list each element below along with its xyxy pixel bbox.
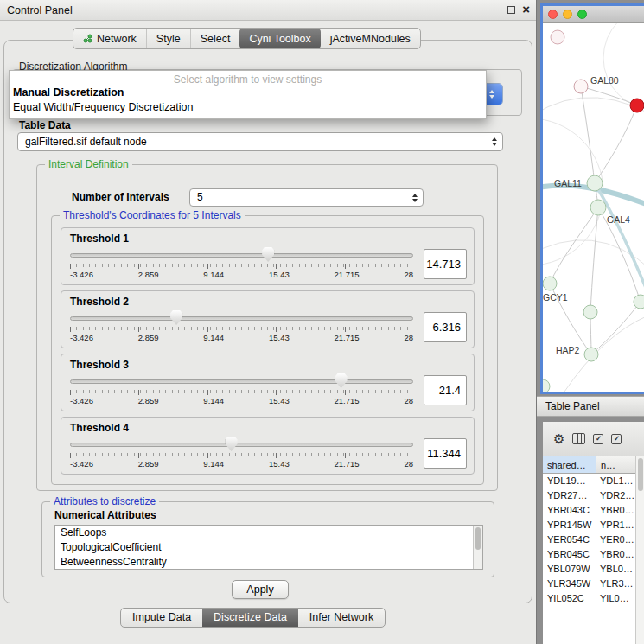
tab-style[interactable]: Style [146, 29, 190, 48]
ruler-tick-label: 9.144 [203, 459, 224, 469]
cell-shared-name: YBR043C [543, 503, 596, 518]
ruler-tick-label: -3.426 [70, 459, 93, 469]
threshold-value-field[interactable]: 14.713 [424, 249, 467, 279]
combobox-stepper[interactable] [492, 137, 497, 146]
control-panel-titlebar[interactable]: Control Panel × [0, 0, 536, 21]
threshold-value-field[interactable]: 6.316 [424, 312, 467, 342]
tab-select[interactable]: Select [190, 29, 240, 48]
slider-track[interactable] [70, 253, 413, 258]
close-traffic-light[interactable] [548, 10, 558, 19]
checkbox-icon[interactable]: ✓ [611, 434, 622, 444]
table-row[interactable]: YBL079W YBL0… [543, 562, 644, 577]
network-node-gal80[interactable] [574, 80, 588, 93]
zoom-traffic-light[interactable] [577, 10, 587, 19]
table-row[interactable]: YDR27… YDR2… [543, 488, 644, 503]
tab-jactivemnodules[interactable]: jActiveMNodules [321, 29, 420, 48]
table-row[interactable]: YBR045C YBR0… [543, 547, 644, 562]
table-row[interactable]: YPR145W YPR1… [543, 518, 644, 532]
gear-icon[interactable]: ⚙ [553, 432, 564, 445]
thresholds-list: Threshold 1 -3.4262.8599.14415.4321.7152… [52, 222, 483, 475]
tab-label: Select [201, 33, 231, 45]
attribute-list-item[interactable]: SelfLoops [55, 526, 482, 540]
cell-shared-name: YLR345W [543, 577, 596, 591]
apply-button[interactable]: Apply [232, 580, 289, 599]
network-window-titlebar[interactable] [543, 6, 644, 23]
threshold-panel: Threshold 2 -3.4262.8599.14415.4321.7152… [61, 290, 475, 348]
list-scrollbar[interactable] [473, 526, 482, 569]
column-selector-icon[interactable] [572, 433, 585, 444]
scrollbar-thumb[interactable] [475, 527, 481, 550]
cell-shared-name: YPR145W [543, 518, 596, 532]
slider-thumb[interactable] [335, 373, 348, 388]
network-node-gal11[interactable] [587, 175, 603, 191]
tab-network[interactable]: Network [73, 29, 146, 48]
network-node[interactable] [551, 30, 564, 44]
network-node-gal4[interactable] [590, 200, 606, 215]
threshold-value-field[interactable]: 21.4 [424, 375, 467, 405]
tab-infer-network[interactable]: Infer Network [298, 609, 385, 627]
table-row[interactable]: YER054C YER0… [543, 532, 644, 547]
network-node[interactable] [634, 295, 644, 309]
table-row[interactable]: YIL052C YIL0… [543, 591, 644, 606]
table-data-combobox[interactable]: galFiltered.sif default node [17, 132, 503, 151]
table-data-label: Table Data [19, 119, 71, 131]
slider-track[interactable] [70, 379, 413, 384]
table-row[interactable]: YDL19… YDL1… [543, 474, 644, 488]
network-node-hap2[interactable] [584, 348, 598, 361]
slider-thumb[interactable] [226, 437, 238, 451]
threshold-slider[interactable]: -3.4262.8599.14415.4321.71528 [70, 437, 413, 469]
dropdown-option-manual-discretization[interactable]: Manual Discretization [10, 85, 486, 99]
threshold-slider[interactable]: -3.4262.8599.14415.4321.71528 [70, 310, 413, 343]
attribute-list-item[interactable]: BetweennessCentrality [55, 555, 482, 570]
tab-discretize-data[interactable]: Discretize Data [202, 609, 298, 627]
combobox-stepper[interactable] [412, 194, 418, 202]
network-node-selected[interactable] [630, 99, 644, 112]
slider-thumb[interactable] [262, 247, 274, 262]
ruler-labels: -3.4262.8599.14415.4321.71528 [70, 459, 413, 469]
float-window-icon[interactable] [507, 6, 515, 14]
tab-cyni-toolbox[interactable]: Cyni Toolbox [239, 29, 320, 48]
network-node-gcy1[interactable] [543, 277, 557, 290]
table-row[interactable]: YLR345W YLR3… [543, 577, 644, 591]
ruler-tick-label: 15.43 [269, 270, 290, 279]
ruler-tick-label: -3.426 [70, 270, 93, 279]
table-header-row: shared… n… [543, 456, 644, 474]
tab-label: Network [97, 33, 137, 45]
network-node[interactable] [543, 379, 550, 392]
close-icon[interactable]: × [522, 2, 530, 16]
table-scrollbar[interactable] [635, 456, 644, 644]
node-label: GAL11 [554, 178, 582, 188]
network-canvas[interactable]: GAL80 GAL11 GAL4 GCY1 HAP2 [543, 23, 644, 392]
table-panel-header[interactable]: Table Panel [537, 396, 644, 417]
table-toolbar: ⚙ ✓ ✓ [543, 422, 644, 456]
column-header-shared-name[interactable]: shared… [543, 456, 596, 473]
number-of-intervals-label: Number of Intervals [72, 191, 169, 203]
threshold-slider[interactable]: -3.4262.8599.14415.4321.71528 [70, 247, 413, 280]
top-tab-bar: Network Style Select Cyni Toolbox jActiv… [73, 28, 421, 49]
interval-definition-title: Interval Definition [45, 158, 132, 170]
slider-track[interactable] [70, 443, 413, 447]
ruler-ticks [70, 264, 413, 269]
scrollbar-thumb[interactable] [638, 458, 643, 491]
node-label: GAL4 [607, 214, 630, 225]
network-node[interactable] [583, 305, 597, 319]
threshold-panel: Threshold 1 -3.4262.8599.14415.4321.7152… [61, 227, 475, 285]
number-of-intervals-combobox[interactable]: 5 [189, 188, 424, 207]
ruler-tick-label: 2.859 [138, 333, 159, 342]
slider-track[interactable] [70, 316, 413, 321]
numerical-attributes-list[interactable]: SelfLoopsTopologicalCoefficientBetweenne… [54, 525, 483, 570]
checkbox-icon[interactable]: ✓ [593, 434, 603, 444]
attribute-list-item[interactable]: TopologicalCoefficient [55, 540, 482, 555]
table-row[interactable]: YBR043C YBR0… [543, 503, 644, 518]
ruler-labels: -3.4262.8599.14415.4321.71528 [70, 333, 413, 342]
minimize-traffic-light[interactable] [563, 10, 572, 19]
slider-thumb[interactable] [170, 310, 182, 325]
slider-ruler: -3.4262.8599.14415.4321.71528 [70, 264, 413, 279]
ruler-ticks [70, 453, 413, 458]
threshold-value-field[interactable]: 11.344 [424, 438, 467, 469]
ruler-tick-label: 28 [404, 459, 413, 469]
threshold-slider[interactable]: -3.4262.8599.14415.4321.71528 [70, 373, 413, 406]
dropdown-option-equal-width-frequency[interactable]: Equal Width/Frequency Discretization [10, 99, 486, 114]
network-edge [595, 105, 637, 183]
tab-impute-data[interactable]: Impute Data [121, 609, 202, 627]
